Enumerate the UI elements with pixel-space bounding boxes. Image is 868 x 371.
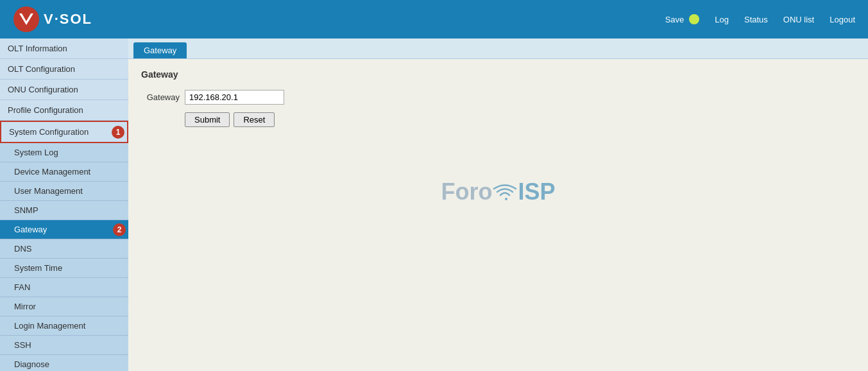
sidebar-item-gateway[interactable]: Gateway 2: [0, 220, 128, 239]
submit-button[interactable]: Submit: [185, 112, 230, 127]
sidebar-item-system-configuration[interactable]: System Configuration 1: [0, 121, 128, 143]
sidebar-item-diagnose[interactable]: Diagnose: [0, 355, 128, 371]
sidebar-item-dns[interactable]: DNS: [0, 239, 128, 259]
svg-point-0: [13, 6, 39, 32]
vsol-logo-icon: [13, 6, 40, 33]
gateway-tab[interactable]: Gateway: [133, 42, 187, 58]
sidebar-item-olt-configuration[interactable]: OLT Configuration: [0, 59, 128, 80]
status-indicator: [689, 14, 699, 24]
gateway-form-row: Gateway: [141, 90, 855, 105]
gateway-badge: 2: [113, 223, 126, 236]
tab-bar: Gateway: [128, 39, 868, 59]
logout-button[interactable]: Logout: [830, 15, 855, 24]
watermark-text: Foro ISP: [441, 178, 555, 205]
logo-area: V·SOL: [13, 6, 92, 33]
sidebar-item-user-management[interactable]: User Management: [0, 182, 128, 201]
sidebar-item-snmp[interactable]: SNMP: [0, 201, 128, 220]
sidebar-item-olt-information[interactable]: OLT Information: [0, 39, 128, 59]
system-config-badge: 1: [112, 126, 124, 139]
content-area: Gateway Gateway Submit Reset Foro ISP: [128, 59, 868, 216]
sidebar-item-profile-configuration[interactable]: Profile Configuration: [0, 100, 128, 121]
save-button[interactable]: Save: [665, 15, 685, 24]
save-area: Save: [665, 14, 700, 24]
header-right: Save Log Status ONU list Logout: [665, 14, 855, 24]
sidebar-item-fan[interactable]: FAN: [0, 278, 128, 297]
gateway-input[interactable]: [185, 90, 284, 105]
sidebar-item-ssh[interactable]: SSH: [0, 336, 128, 355]
wifi-icon: [493, 181, 517, 205]
sidebar-item-onu-configuration[interactable]: ONU Configuration: [0, 80, 128, 100]
reset-button[interactable]: Reset: [234, 112, 275, 127]
sidebar-item-mirror[interactable]: Mirror: [0, 297, 128, 316]
status-button[interactable]: Status: [744, 15, 768, 24]
sidebar-item-system-time[interactable]: System Time: [0, 259, 128, 278]
logo-text: V·SOL: [44, 11, 92, 28]
layout: OLT Information OLT Configuration ONU Co…: [0, 39, 868, 371]
button-row: Submit Reset: [185, 112, 855, 127]
watermark: Foro ISP: [141, 178, 855, 205]
page-title: Gateway: [141, 69, 855, 80]
vsol-logo: V·SOL: [13, 6, 92, 33]
sidebar: OLT Information OLT Configuration ONU Co…: [0, 39, 128, 371]
onu-list-button[interactable]: ONU list: [783, 15, 814, 24]
log-button[interactable]: Log: [715, 15, 729, 24]
sidebar-item-login-management[interactable]: Login Management: [0, 316, 128, 336]
sidebar-item-system-log[interactable]: System Log: [0, 143, 128, 162]
main-content: Gateway Gateway Gateway Submit Reset For…: [128, 39, 868, 371]
gateway-label: Gateway: [141, 92, 180, 102]
sidebar-item-device-management[interactable]: Device Management: [0, 162, 128, 182]
header: V·SOL Save Log Status ONU list Logout: [0, 0, 868, 39]
